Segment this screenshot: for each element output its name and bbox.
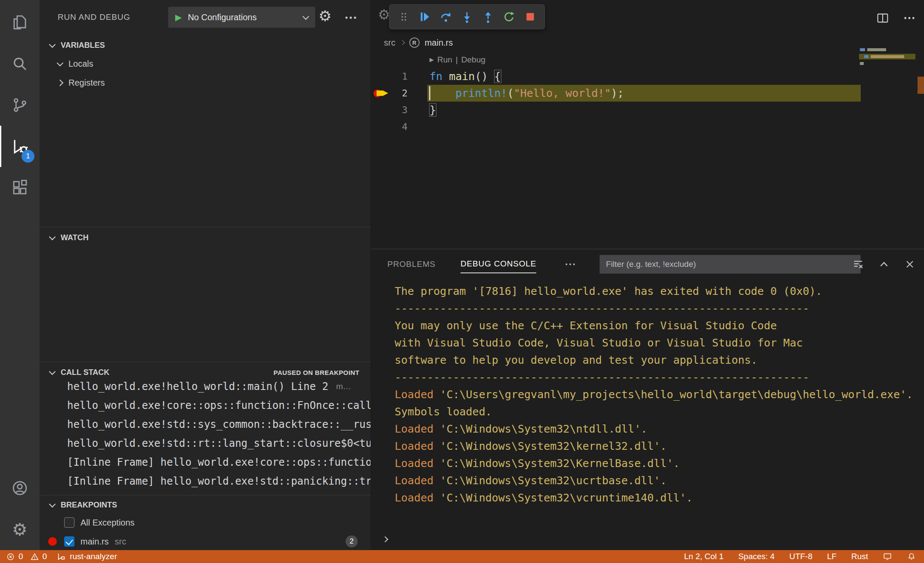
stop-button[interactable] — [522, 7, 539, 26]
editor-area[interactable]: ⚙ — [371, 0, 924, 249]
panel-more-actions-button[interactable] — [564, 258, 577, 271]
minimap[interactable] — [860, 48, 915, 90]
breakpoint-row-main-rs[interactable]: main.rs src 2 — [40, 532, 371, 550]
config-dropdown-label: No Configurations — [188, 12, 256, 22]
codelens-separator: | — [456, 55, 458, 65]
step-out-button[interactable] — [479, 7, 497, 26]
step-over-button[interactable] — [437, 7, 454, 26]
console-line: Loaded 'C:\Users\gregvanl\my_projects\he… — [395, 386, 915, 421]
error-icon — [6, 552, 15, 561]
code-line-3: 3 } — [371, 102, 861, 118]
split-editor-button[interactable] — [875, 9, 890, 28]
frame-label: hello_world.exe!std::sys_common::backtra… — [67, 418, 371, 430]
tab-debug-console[interactable]: DEBUG CONSOLE — [460, 259, 536, 273]
eol-status[interactable]: LF — [827, 552, 837, 561]
activity-item-explorer[interactable] — [0, 2, 40, 43]
editor-more-actions-button[interactable] — [902, 9, 917, 28]
close-panel-button[interactable] — [903, 258, 916, 271]
run-icon: ▶ — [430, 56, 434, 63]
stack-frame[interactable]: hello_world.exe!hello_world::main() Line… — [40, 377, 371, 396]
tree-item-registers[interactable]: Registers — [40, 73, 371, 92]
gutter[interactable]: 2 — [371, 85, 427, 102]
breadcrumb: src R main.rs — [384, 36, 453, 49]
code-content: } — [427, 102, 861, 118]
tab-problems[interactable]: PROBLEMS — [387, 260, 436, 269]
frame-source: m… — [336, 382, 351, 391]
status-bar-right: Ln 2, Col 1 Spaces: 4 UTF-8 LF Rust — [684, 552, 924, 561]
collapse-panel-button[interactable] — [878, 258, 890, 271]
stack-frame[interactable]: [Inline Frame] hello_world.exe!core::ops… — [40, 453, 371, 472]
frame-label: hello_world.exe!hello_world::main() Line… — [67, 380, 328, 393]
stack-frame[interactable]: [Inline Frame] hello_world.exe!std::pani… — [40, 472, 371, 491]
console-line: Loaded 'C:\Windows\System32\vcruntime140… — [395, 489, 915, 507]
activity-item-extensions[interactable] — [0, 167, 40, 208]
console-line: You may only use the C/C++ Extension for… — [395, 317, 915, 334]
indent-status[interactable]: Spaces: 4 — [738, 552, 775, 561]
toolbar-grip-handle[interactable] — [395, 7, 412, 26]
console-line: ----------------------------------------… — [395, 300, 915, 317]
continue-button[interactable] — [416, 7, 433, 26]
activity-item-accounts[interactable] — [0, 467, 40, 509]
remote-icon[interactable] — [883, 552, 892, 561]
debug-settings-gear-icon[interactable]: ⚙ — [318, 9, 331, 23]
restart-button[interactable] — [501, 7, 518, 26]
stack-frame[interactable]: hello_world.exe!std::sys_common::backtra… — [40, 415, 371, 434]
activity-item-source-control[interactable] — [0, 84, 40, 126]
tree-item-locals[interactable]: Locals — [40, 54, 371, 73]
code-content-current-line: println!("Hello, world!"); — [427, 85, 861, 102]
rust-analyzer-status[interactable]: rust-analyzer — [56, 552, 117, 562]
problems-status[interactable]: 0 0 — [6, 552, 47, 561]
activity-item-search[interactable] — [0, 43, 40, 84]
console-input[interactable] — [371, 529, 924, 550]
debug-console-output: The program '[7816] hello_world.exe' has… — [371, 279, 924, 529]
code-editor[interactable]: ▶ Run | Debug 1 fn main() { — [371, 51, 861, 135]
breakpoint-row-all-exceptions[interactable]: All Exceptions — [40, 513, 371, 532]
sidebar-title: RUN AND DEBUG — [58, 12, 130, 22]
current-line-breakpoint-indicator[interactable] — [374, 89, 388, 98]
gutter[interactable]: 4 — [371, 118, 427, 135]
console-line: The program '[7816] hello_world.exe' has… — [395, 283, 915, 300]
chevron-down-icon — [303, 13, 309, 20]
notifications-bell-icon[interactable] — [907, 552, 916, 561]
launch-config-dropdown[interactable]: ▶ No Configurations — [168, 6, 315, 28]
gutter[interactable]: 3 — [371, 102, 427, 118]
sidebar-more-actions-button[interactable] — [343, 10, 358, 25]
console-filter-input[interactable] — [600, 255, 861, 274]
section-variables-header[interactable]: VARIABLES — [40, 36, 371, 54]
codelens: ▶ Run | Debug — [427, 51, 861, 68]
stack-frame[interactable]: hello_world.exe!core::ops::function::FnO… — [40, 396, 371, 415]
codelens-debug-link[interactable]: Debug — [461, 55, 485, 65]
breadcrumb-file[interactable]: main.rs — [425, 38, 453, 48]
clear-console-button[interactable] — [852, 258, 865, 271]
bottom-panel: PROBLEMS DEBUG CONSOLE — [371, 249, 924, 550]
stack-frame[interactable]: hello_world.exe!std::rt::lang_start::clo… — [40, 434, 371, 453]
checkbox-unchecked[interactable] — [64, 517, 74, 528]
panel-actions — [852, 255, 916, 274]
line-number: 2 — [402, 88, 408, 99]
codelens-run-link[interactable]: Run — [437, 55, 452, 65]
section-breakpoints-header[interactable]: BREAKPOINTS — [40, 496, 371, 514]
gutter[interactable] — [371, 51, 427, 68]
text-cursor — [429, 86, 430, 100]
warning-icon — [30, 552, 39, 561]
activity-item-run-and-debug[interactable]: 1 — [0, 126, 40, 167]
tree-item-label: Registers — [68, 78, 105, 88]
checkbox-checked[interactable] — [64, 536, 74, 547]
section-watch-header[interactable]: WATCH — [40, 229, 371, 247]
language-status[interactable]: Rust — [851, 552, 868, 561]
step-into-button[interactable] — [458, 7, 476, 26]
encoding-status[interactable]: UTF-8 — [789, 552, 813, 561]
console-line: Loaded 'C:\Windows\System32\ucrtbase.dll… — [395, 472, 915, 489]
cursor-position[interactable]: Ln 2, Col 1 — [684, 552, 724, 561]
editor-and-panel: ⚙ — [371, 0, 924, 550]
gear-icon[interactable]: ⚙ — [378, 8, 390, 22]
breakpoint-count-badge: 2 — [346, 535, 358, 548]
rust-analyzer-label: rust-analyzer — [70, 552, 117, 561]
activity-bar: 1 ⚙ — [0, 0, 40, 550]
activity-item-settings[interactable]: ⚙ — [0, 509, 40, 550]
console-line: software to help you develop and test yo… — [395, 352, 915, 369]
chevron-right-icon — [57, 79, 64, 86]
breadcrumb-folder[interactable]: src — [384, 38, 396, 48]
gutter[interactable]: 1 — [371, 68, 427, 85]
start-debugging-icon[interactable]: ▶ — [175, 13, 182, 22]
